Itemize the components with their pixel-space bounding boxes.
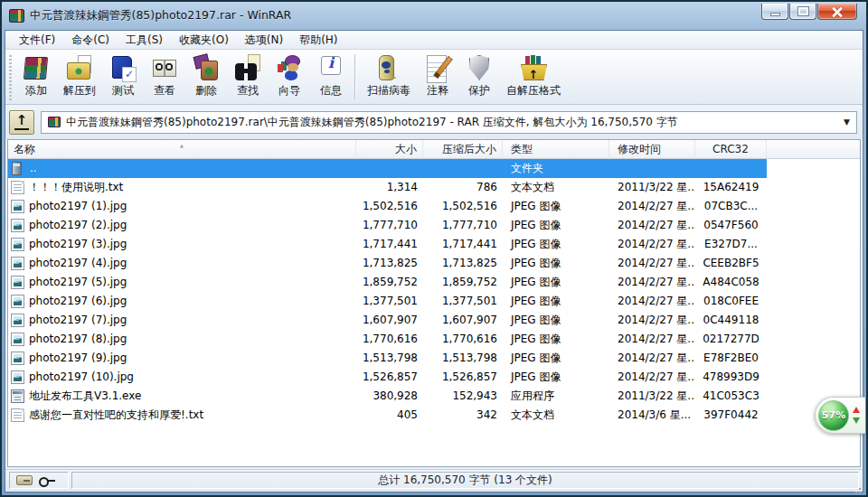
file-crc32: 018C0FEE — [695, 292, 767, 311]
table-row[interactable]: photo2197 (4).jpg 1,713,825 1,713,825 JP… — [8, 254, 767, 273]
column-header[interactable]: 修改时间 — [609, 140, 695, 159]
file-name: 感谢您一直对性吧的支持和厚爱!.txt — [29, 406, 203, 425]
file-size: 1,314 — [356, 178, 423, 197]
file-modified: 2014/2/27 星... — [609, 216, 695, 235]
toolbar-button[interactable]: 查找 — [227, 52, 269, 99]
drive-icon[interactable] — [16, 475, 33, 485]
file-packed-size: 1,777,710 — [423, 216, 503, 235]
column-header[interactable]: 名称 — [8, 140, 356, 159]
toolbar: 添加 解压到 测试 查看 — [5, 50, 863, 105]
toolbar-button-label: 测试 — [112, 83, 134, 98]
file-modified: 2014/2/27 星... — [609, 235, 695, 254]
menu-item[interactable]: 帮助(H) — [291, 31, 345, 49]
menu-item[interactable]: 选项(N) — [237, 31, 291, 49]
table-row[interactable]: photo2197 (6).jpg 1,377,501 1,377,501 JP… — [8, 292, 767, 311]
table-row[interactable]: ！！！使用说明.txt 1,314 786 文本文档 2011/3/22 星..… — [8, 178, 767, 197]
table-row[interactable]: 感谢您一直对性吧的支持和厚爱!.txt 405 342 文本文档 2014/3/… — [8, 406, 767, 425]
menu-item[interactable]: 收藏夹(O) — [171, 31, 237, 49]
table-row[interactable]: .. 文件夹 — [8, 159, 767, 178]
file-packed-size: 786 — [423, 178, 503, 197]
file-packed-size: 1,717,441 — [423, 235, 503, 254]
file-modified: 2014/2/27 星... — [609, 254, 695, 273]
column-header[interactable]: 压缩后大小 — [423, 140, 503, 159]
file-name: photo2197 (5).jpg — [29, 273, 127, 292]
table-row[interactable]: photo2197 (1).jpg 1,502,516 1,502,516 JP… — [8, 197, 767, 216]
text-file-icon — [11, 181, 24, 194]
close-button[interactable] — [817, 4, 857, 20]
file-crc32: 07CB3C... — [695, 197, 767, 216]
file-size: 1,777,710 — [356, 216, 423, 235]
file-crc32: 41C053C3 — [695, 387, 767, 406]
file-list: .. 文件夹 ！！！使用说明.txt 1,314 — [8, 159, 860, 466]
status-icons-panel — [9, 472, 69, 489]
virus-scan-icon — [374, 53, 403, 82]
toolbar-button[interactable]: 自解压格式 — [500, 52, 567, 99]
file-size — [356, 159, 423, 178]
add-archive-icon — [22, 53, 51, 82]
jpeg-image-icon — [11, 370, 24, 384]
file-crc32: 0547F560 — [695, 216, 767, 235]
table-row[interactable]: photo2197 (9).jpg 1,513,798 1,513,798 JP… — [8, 349, 767, 368]
table-row[interactable]: 地址发布工具V3.1.exe 380,928 152,943 应用程序 2011… — [8, 387, 767, 406]
menu-item[interactable]: 工具(S) — [118, 31, 171, 49]
file-type: JPEG 图像 — [503, 330, 609, 349]
jpeg-image-icon — [11, 276, 24, 289]
title-bar: 中元普渡辣妹鋼管秀(85)photo2197.rar - WinRAR — [2, 2, 866, 30]
client-area: 文件(F) 命令(C) 工具(S) 收藏夹(O) 选项(N) 帮助(H) 添加 — [5, 30, 863, 492]
file-type: JPEG 图像 — [503, 216, 609, 235]
toolbar-button[interactable]: 注释 — [417, 52, 458, 99]
table-row[interactable]: photo2197 (8).jpg 1,770,616 1,770,616 JP… — [8, 330, 767, 349]
key-icon[interactable] — [39, 475, 57, 486]
toolbar-buttons: 添加 解压到 测试 查看 — [15, 52, 567, 99]
minimize-button[interactable] — [761, 4, 788, 20]
table-row[interactable]: photo2197 (10).jpg 1,526,857 1,526,857 J… — [8, 368, 767, 387]
toolbar-button[interactable]: 查看 — [144, 52, 185, 99]
address-bar-row: ↑ 中元普渡辣妹鋼管秀(85)photo2197.rar\中元普渡辣妹鋼管秀(8… — [5, 105, 863, 139]
file-packed-size: 152,943 — [423, 387, 503, 406]
folder-up-icon: ↑ — [14, 114, 30, 130]
resize-grip[interactable] — [852, 481, 861, 490]
menu-item[interactable]: 文件(F) — [11, 31, 63, 49]
toolbar-button[interactable]: 扫描病毒 — [361, 52, 417, 99]
file-modified: 2014/3/6 星... — [609, 406, 695, 425]
chevron-down-icon[interactable]: ▼ — [844, 117, 850, 127]
toolbar-button[interactable]: 测试 — [102, 52, 144, 99]
jpeg-image-icon — [11, 352, 24, 365]
column-header[interactable]: 类型 — [503, 140, 609, 159]
jpeg-image-icon — [11, 314, 24, 327]
file-packed-size: 1,513,798 — [423, 349, 503, 368]
up-one-level-button[interactable]: ↑ — [9, 110, 34, 135]
file-modified — [609, 159, 695, 178]
toolbar-button[interactable]: 信息 — [310, 52, 352, 99]
toolbar-button[interactable]: 删除 — [185, 52, 227, 99]
toolbar-button[interactable]: 解压到 — [57, 52, 102, 99]
progress-orb[interactable]: 57% — [818, 400, 849, 431]
toolbar-button-label: 扫描病毒 — [367, 83, 410, 98]
file-crc32: 397F0442 — [695, 406, 767, 425]
file-crc32: 0C449118 — [695, 311, 767, 330]
toolbar-button-label: 保护 — [468, 83, 490, 98]
file-crc32: 0217277D — [695, 330, 767, 349]
column-header[interactable]: CRC32 — [695, 140, 767, 159]
maximize-button[interactable] — [789, 4, 816, 20]
table-row[interactable]: photo2197 (3).jpg 1,717,441 1,717,441 JP… — [8, 235, 767, 254]
column-header[interactable]: 大小 — [356, 140, 423, 159]
table-row[interactable]: photo2197 (2).jpg 1,777,710 1,777,710 JP… — [8, 216, 767, 235]
toolbar-button[interactable]: 向导 — [269, 52, 310, 99]
table-row[interactable]: photo2197 (7).jpg 1,607,907 1,607,907 JP… — [8, 311, 767, 330]
file-name: photo2197 (7).jpg — [29, 311, 127, 330]
file-packed-size — [423, 159, 503, 178]
window-title: 中元普渡辣妹鋼管秀(85)photo2197.rar - WinRAR — [30, 8, 291, 23]
menu-item[interactable]: 命令(C) — [63, 31, 118, 49]
toolbar-button[interactable]: 保护 — [458, 52, 500, 99]
toolbar-button[interactable]: 添加 — [15, 52, 57, 99]
file-name: 地址发布工具V3.1.exe — [29, 387, 141, 406]
archive-path-combobox[interactable]: 中元普渡辣妹鋼管秀(85)photo2197.rar\中元普渡辣妹鋼管秀(85)… — [41, 111, 857, 134]
floating-progress-widget[interactable]: 57% — [815, 397, 865, 434]
file-type: 文本文档 — [503, 178, 609, 197]
toolbar-grip[interactable] — [9, 55, 12, 100]
extract-to-icon — [65, 53, 94, 82]
table-row[interactable]: photo2197 (5).jpg 1,859,752 1,859,752 JP… — [8, 273, 767, 292]
jpeg-image-icon — [11, 295, 24, 308]
jpeg-image-icon — [11, 200, 24, 213]
